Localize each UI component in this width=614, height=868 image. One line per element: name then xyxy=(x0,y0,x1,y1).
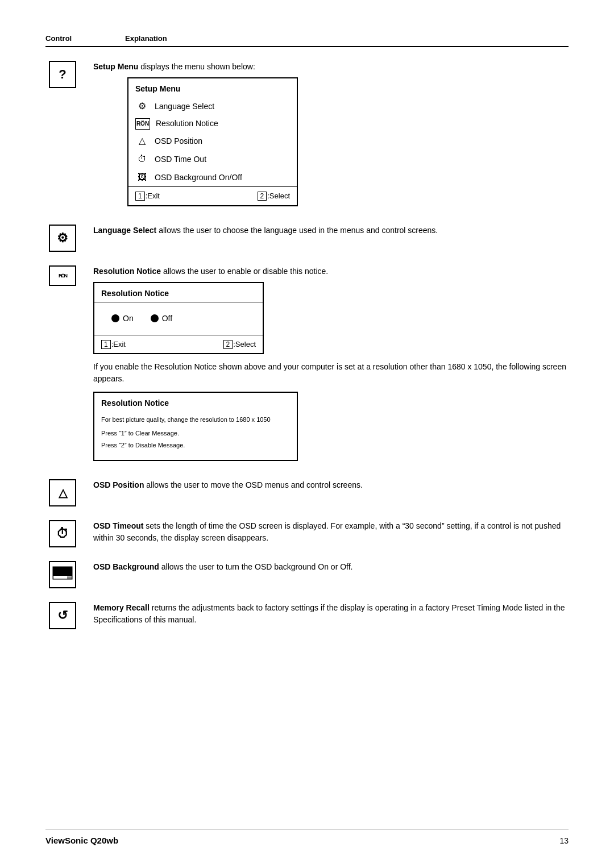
setup-menu-desc: displays the menu shown below: xyxy=(140,62,255,71)
osd-time-icon: ⏱ xyxy=(135,152,149,166)
table-header: Control Explanation xyxy=(45,34,569,47)
menu-item-osd-time: ⏱ OSD Time Out xyxy=(128,150,297,168)
page-footer: ViewSonic Q20wb 13 xyxy=(45,829,569,845)
resolution-notice-icon-cell: RÖN xyxy=(45,265,80,286)
osd-background-label: OSD Background xyxy=(93,562,159,571)
osd-background-desc: allows the user to turn the OSD backgrou… xyxy=(161,562,353,571)
osd-timeout-text: OSD Timeout sets the length of time the … xyxy=(93,520,569,546)
footer-brand: ViewSonic Q20wb xyxy=(45,836,118,845)
res-on-label: On xyxy=(123,313,134,325)
osd-timeout-icon: ⏱ xyxy=(49,520,76,547)
osd-timeout-desc: sets the length of time the OSD screen i… xyxy=(93,521,561,542)
menu-item-osd-bg-label: OSD Background On/Off xyxy=(155,172,242,184)
resolution-notice-box: Resolution Notice On Off 1:Exit 2:Select xyxy=(93,282,264,355)
osd-position-text: OSD Position allows the user to move the… xyxy=(93,479,569,493)
memory-recall-desc: returns the adjustments back to factory … xyxy=(93,603,565,624)
osd-position-row: △ OSD Position allows the user to move t… xyxy=(45,479,569,506)
osd-background-icon xyxy=(49,561,76,588)
radio-off xyxy=(151,314,159,322)
memory-recall-row: ↺ Memory Recall returns the adjustments … xyxy=(45,602,569,629)
header-explanation: Explanation xyxy=(125,34,167,43)
resolution-if-text: If you enable the Resolution Notice show… xyxy=(93,361,569,385)
menu-item-osd-pos: △ OSD Position xyxy=(128,132,297,150)
res2-line3: Press “2” to Disable Message. xyxy=(101,441,290,451)
resolution-icon: RÖN xyxy=(135,118,150,130)
language-select-desc: allows the user to choose the language u… xyxy=(159,226,438,235)
res-off-label: Off xyxy=(162,313,172,325)
osd-position-icon: △ xyxy=(49,479,76,506)
language-select-row: ⚙ Language Select allows the user to cho… xyxy=(45,225,569,252)
osd-bg-svg xyxy=(52,566,73,583)
osd-position-desc: allows the user to move the OSD menus an… xyxy=(146,480,363,489)
res2-line1: For best picture quality, change the res… xyxy=(101,415,290,425)
menu-item-language: ⚙ Language Select xyxy=(128,97,297,115)
res-on-option: On xyxy=(111,313,134,325)
language-select-text: Language Select allows the user to choos… xyxy=(93,225,569,239)
setup-menu-box-title: Setup Menu xyxy=(128,78,297,97)
setup-menu-label: Setup Menu xyxy=(93,62,138,71)
osd-position-label: OSD Position xyxy=(93,480,144,489)
svg-rect-2 xyxy=(67,576,72,579)
radio-on xyxy=(111,314,119,322)
osd-background-row: OSD Background allows the user to turn t… xyxy=(45,561,569,588)
header-control: Control xyxy=(45,34,91,43)
res-select-key: 2:Select xyxy=(223,339,256,350)
setup-menu-text: Setup Menu displays the menu shown below… xyxy=(93,61,569,211)
res2-line2: Press “1” to Clear Message. xyxy=(101,429,290,439)
osd-timeout-row: ⏱ OSD Timeout sets the length of time th… xyxy=(45,520,569,547)
resolution-notice-text-cell: Resolution Notice allows the user to ena… xyxy=(93,265,569,466)
osd-pos-icon: △ xyxy=(135,134,149,148)
language-icon: ⚙ xyxy=(135,99,149,113)
menu-item-resolution-label: Resolution Notice xyxy=(156,118,218,130)
menu-item-osd-pos-label: OSD Position xyxy=(155,135,202,147)
osd-background-text: OSD Background allows the user to turn t… xyxy=(93,561,569,575)
setup-icon-cell: ? xyxy=(45,61,80,88)
menu-item-osd-bg: 🖼 OSD Background On/Off xyxy=(128,168,297,186)
res-exit-key: 1:Exit xyxy=(101,339,126,350)
osd-timeout-label: OSD Timeout xyxy=(93,521,143,530)
language-icon-box: ⚙ xyxy=(49,225,76,252)
menu-item-language-label: Language Select xyxy=(155,101,214,113)
osd-background-icon-cell xyxy=(45,561,80,588)
menu-item-osd-time-label: OSD Time Out xyxy=(155,153,206,165)
resolution-notice-desc: allows the user to enable or disable thi… xyxy=(163,267,328,276)
menu-exit-key: 1:Exit xyxy=(135,190,160,202)
memory-recall-label: Memory Recall xyxy=(93,603,150,612)
language-icon-cell: ⚙ xyxy=(45,225,80,252)
language-select-label: Language Select xyxy=(93,226,156,235)
footer-page: 13 xyxy=(559,836,569,845)
menu-item-resolution: RÖN Resolution Notice xyxy=(128,115,297,132)
setup-menu-row: ? Setup Menu displays the menu shown bel… xyxy=(45,61,569,211)
memory-recall-icon: ↺ xyxy=(49,602,76,629)
osd-timeout-icon-cell: ⏱ xyxy=(45,520,80,547)
res-off-option: Off xyxy=(151,313,172,325)
resolution-notice-icon: RÖN xyxy=(49,265,76,286)
memory-recall-icon-cell: ↺ xyxy=(45,602,80,629)
resolution-notice-label: Resolution Notice xyxy=(93,267,161,276)
resolution-options: On Off xyxy=(94,302,263,335)
setup-menu-footer: 1:Exit 2:Select xyxy=(128,186,297,205)
resolution-notice-box-title: Resolution Notice xyxy=(94,283,263,302)
resolution-notice-box2: Resolution Notice For best picture quali… xyxy=(93,392,298,461)
menu-select-key: 2:Select xyxy=(258,190,290,202)
resolution-notice-row: RÖN Resolution Notice allows the user to… xyxy=(45,265,569,466)
osd-position-icon-cell: △ xyxy=(45,479,80,506)
resolution-notice-box2-content: For best picture quality, change the res… xyxy=(94,412,297,460)
memory-recall-text: Memory Recall returns the adjustments ba… xyxy=(93,602,569,628)
setup-menu-box: Setup Menu ⚙ Language Select RÖN Resolut… xyxy=(127,77,298,206)
resolution-notice-footer: 1:Exit 2:Select xyxy=(94,335,263,354)
resolution-notice-box2-title: Resolution Notice xyxy=(94,393,297,412)
osd-bg-icon: 🖼 xyxy=(135,171,149,184)
setup-icon: ? xyxy=(49,61,76,88)
